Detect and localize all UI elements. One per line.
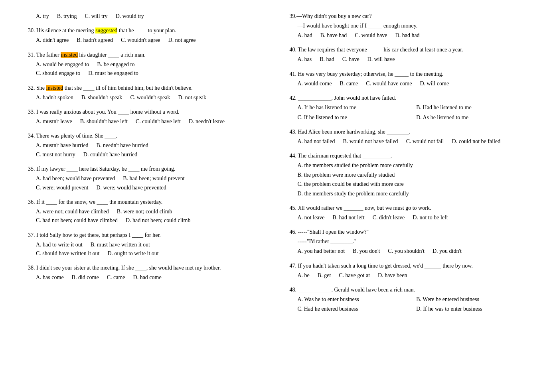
q-intro-option-c: C. will try xyxy=(85,12,107,21)
q43-option-b: B. would not have failed xyxy=(343,137,398,146)
q35-options-row1: A. had been; would have prevented B. had… xyxy=(24,174,270,183)
q32-option-a: A. hadn't spoken xyxy=(36,93,73,102)
q36-text: 36. If it ____ for the snow, we ____ the… xyxy=(24,198,270,206)
q46-block: 46. -----"Shall I open the window?" ----… xyxy=(286,228,531,256)
q45-option-a: A. not leave xyxy=(298,213,325,222)
q32-option-c: C. wouldn't speak xyxy=(130,93,170,102)
q42-option-b: B. Had he listened to me xyxy=(416,103,531,112)
q31-options-row1: A. would be engaged to B. be engaged to xyxy=(24,60,270,69)
q45-option-c: C. didn't leave xyxy=(373,213,405,222)
q-intro-options: A. try B. trying C. will try D. would tr… xyxy=(24,12,270,21)
q35-option-b: B. had been; would prevent xyxy=(123,174,184,183)
q42-option-c: C. If he listened to me xyxy=(298,113,413,122)
q38-block: 38. I didn't see your sister at the meet… xyxy=(24,264,270,282)
q38-options: A. has come B. did come C. came D. had c… xyxy=(24,273,270,282)
q48-text: 48. ____________, Gerald would have been… xyxy=(286,286,531,294)
q36-option-a: A. were not; could have climbed xyxy=(36,207,109,216)
q47-option-b: B. get xyxy=(318,271,331,280)
q-intro-option-b: B. trying xyxy=(57,12,77,21)
q48-option-d: D. If he was to enter business xyxy=(416,305,531,313)
q46-text1: 46. -----"Shall I open the window?" xyxy=(286,228,531,236)
q45-options: A. not leave B. had not left C. didn't l… xyxy=(286,213,531,222)
q44-option-a: A. the members studied the problem more … xyxy=(298,161,531,170)
q48-option-a: A. Was he to enter business xyxy=(298,295,413,304)
q37-option-c: C. should have written it out xyxy=(36,249,99,258)
q31-highlight: insisted xyxy=(61,52,78,58)
q40-option-c: C. have xyxy=(342,55,359,64)
q32-block: 32. She insisted that she ____ ill of hi… xyxy=(24,84,270,102)
q47-option-d: D. have been xyxy=(378,271,407,280)
q43-option-d: D. could not be failed xyxy=(452,137,501,146)
q37-options-row2: C. should have written it out D. ought t… xyxy=(24,249,270,258)
q36-option-c: C. had not been; could have climbed xyxy=(36,216,118,225)
q-intro-block: A. try B. trying C. will try D. would tr… xyxy=(24,12,270,21)
left-column: A. try B. trying C. will try D. would tr… xyxy=(24,12,270,376)
q38-option-c: C. came xyxy=(107,273,125,282)
q35-option-c: C. were; would prevent xyxy=(36,183,88,192)
q40-block: 40. The law requires that everyone _____… xyxy=(286,45,531,64)
q43-option-c: C. would not fail xyxy=(406,137,444,146)
q44-option-d: D. the members study the problem more ca… xyxy=(298,189,531,198)
q32-option-b: B. shouldn't speak xyxy=(81,93,122,102)
q42-option-a: A. If he has listened to me xyxy=(298,103,413,112)
q30-options: A. didn't agree B. hadn't agreed C. woul… xyxy=(24,36,270,45)
q39-option-d: D. had had xyxy=(395,31,420,40)
q45-option-d: D. not to be left xyxy=(413,213,448,222)
q41-option-d: D. will come xyxy=(420,79,449,88)
q43-block: 43. Had Alice been more hardworking, she… xyxy=(286,128,531,146)
q35-option-d: D. were; would have prevented xyxy=(96,183,166,192)
q32-highlight: insisted xyxy=(46,85,63,91)
q41-option-a: A. would come xyxy=(298,79,332,88)
q34-option-a: A. mustn't have hurried xyxy=(36,141,89,150)
q46-option-d: D. you didn't xyxy=(433,247,462,256)
q46-option-a: A. you had better not xyxy=(298,247,345,256)
q31-option-d: D. must be engaged to xyxy=(88,69,138,78)
q47-option-c: C. have got at xyxy=(339,271,370,280)
q32-options: A. hadn't spoken B. shouldn't speak C. w… xyxy=(24,93,270,102)
q39-text2: —I would have bought one if I _____ enou… xyxy=(286,22,531,30)
q39-option-a: A. had xyxy=(298,31,312,40)
q44-option-b: B. the problem were more carefully studi… xyxy=(298,171,531,179)
q-intro-option-d: D. would try xyxy=(116,12,144,21)
q46-options: A. you had better not B. you don't C. yo… xyxy=(286,247,531,256)
q39-option-c: C. would have xyxy=(355,31,387,40)
q46-option-b: B. you don't xyxy=(353,247,380,256)
q37-option-a: A. had to write it out xyxy=(36,240,83,249)
q34-block: 34. There was plenty of time. She ____. … xyxy=(24,132,270,159)
q35-text: 35. If my lawyer ____ here last Saturday… xyxy=(24,165,270,173)
q46-text2: -----"I'd rather ________." xyxy=(286,237,531,246)
q39-block: 39.—Why didn't you buy a new car? —I wou… xyxy=(286,12,531,40)
q38-option-b: B. did come xyxy=(72,273,99,282)
q33-option-c: C. couldn't have left xyxy=(136,117,181,126)
q42-block: 42. ____________, John would not have fa… xyxy=(286,94,531,122)
q39-options: A. had B. have had C. would have D. had … xyxy=(286,31,531,40)
q36-options-row2: C. had not been; could have climbed D. h… xyxy=(24,216,270,225)
q39-option-b: B. have had xyxy=(320,31,347,40)
q45-option-b: B. had not left xyxy=(333,213,365,222)
q34-option-c: C. must not hurry xyxy=(36,150,75,159)
q41-text: 41. He was very busy yesterday; otherwis… xyxy=(286,70,531,78)
q48-options: A. Was he to enter business B. Were he e… xyxy=(286,295,531,314)
q44-option-c: C. the problem could be studied with mor… xyxy=(298,180,531,189)
q48-block: 48. ____________, Gerald would have been… xyxy=(286,286,531,314)
q33-option-d: D. needn't leave xyxy=(189,117,225,126)
q30-option-b: B. hadn't agreed xyxy=(77,36,113,45)
q47-options: A. be B. get C. have got at D. have been xyxy=(286,271,531,280)
q30-option-c: C. wouldn't agree xyxy=(121,36,160,45)
q33-option-a: A. mustn't leave xyxy=(36,117,72,126)
q42-text: 42. ____________, John would not have fa… xyxy=(286,94,531,102)
q40-option-b: B. had xyxy=(320,55,334,64)
q30-text: 30. His silence at the meeting suggested… xyxy=(24,26,270,35)
q40-option-d: D. will have xyxy=(367,55,395,64)
q31-text: 31. The father insisted his daughter ___… xyxy=(24,51,270,59)
q42-option-d: D. As he listened to me xyxy=(416,113,531,122)
q43-option-a: A. had not failed xyxy=(298,137,335,146)
q30-block: 30. His silence at the meeting suggested… xyxy=(24,26,270,45)
q40-text: 40. The law requires that everyone _____… xyxy=(286,45,531,54)
q32-text: 32. She insisted that she ____ ill of hi… xyxy=(24,84,270,92)
q36-block: 36. If it ____ for the snow, we ____ the… xyxy=(24,198,270,225)
q38-option-d: D. had come xyxy=(133,273,162,282)
q31-block: 31. The father insisted his daughter ___… xyxy=(24,51,270,78)
q31-option-c: C. should engage to xyxy=(36,69,80,78)
q33-options: A. mustn't leave B. shouldn't have left … xyxy=(24,117,270,126)
